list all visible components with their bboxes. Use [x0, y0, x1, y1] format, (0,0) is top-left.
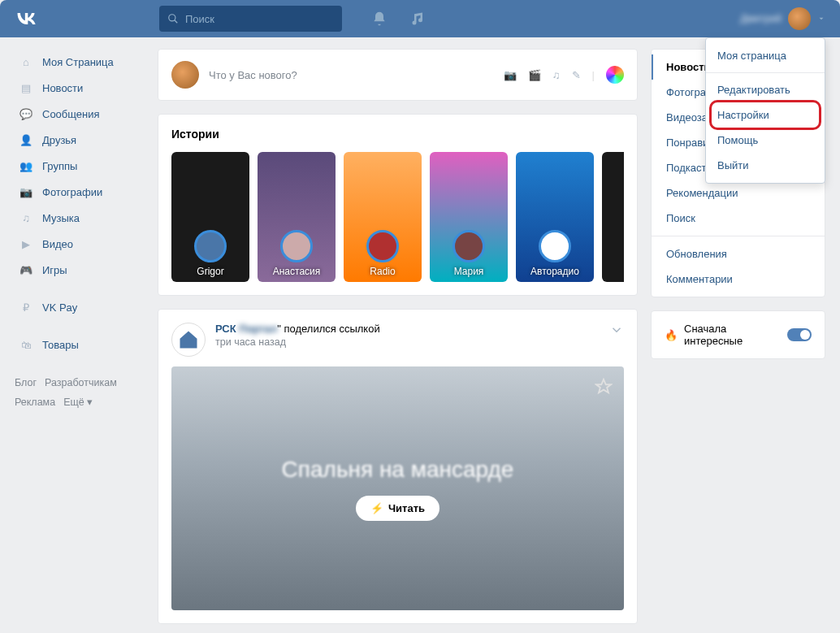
nav-label: Музыка — [42, 212, 80, 224]
story-item[interactable] — [602, 152, 624, 282]
camera-icon: 📷 — [18, 184, 34, 200]
video-icon: ▶ — [18, 236, 34, 252]
user-name: Дмитрий — [740, 13, 782, 24]
story-avatar — [539, 230, 571, 262]
compose-color-icon[interactable] — [606, 66, 624, 84]
pay-icon: ₽ — [18, 299, 34, 315]
nav-label: Друзья — [42, 134, 76, 146]
nav-music[interactable]: ♫Музыка — [15, 205, 145, 231]
bell-icon[interactable] — [371, 11, 388, 27]
star-icon[interactable] — [595, 378, 613, 396]
search-icon — [167, 13, 179, 24]
dropdown-edit[interactable]: Редактировать — [706, 77, 825, 102]
vk-logo-icon[interactable] — [15, 7, 37, 30]
search-input[interactable] — [185, 13, 322, 25]
dropdown-settings[interactable]: Настройки — [706, 102, 825, 128]
compose-video-icon[interactable]: 🎬 — [528, 69, 541, 81]
bolt-icon: ⚡ — [370, 502, 383, 514]
post-card: РСК Портал" поделился ссылкой три часа н… — [158, 309, 638, 624]
dropdown-my-page[interactable]: Моя страница — [706, 43, 825, 68]
story-item[interactable]: Radio — [344, 152, 422, 282]
nav-friends[interactable]: 👤Друзья — [15, 127, 145, 153]
compose-prompt: Что у Вас нового? — [209, 69, 504, 81]
nav-photos[interactable]: 📷Фотографии — [15, 179, 145, 205]
post-avatar[interactable] — [171, 323, 206, 357]
nav-label: Фотографии — [42, 186, 102, 198]
post-image[interactable]: Спальня на мансарде ⚡Читать — [171, 366, 624, 610]
user-dropdown: Моя страница Редактировать Настройки Пом… — [705, 37, 825, 184]
nav-market[interactable]: 🛍Товары — [15, 332, 145, 358]
nav-video[interactable]: ▶Видео — [15, 231, 145, 257]
gamepad-icon: 🎮 — [18, 262, 34, 278]
story-avatar — [194, 230, 227, 262]
stories-block: Истории Grigor Анастасия Radio Мария Авт… — [158, 114, 638, 296]
svg-point-0 — [169, 15, 175, 21]
nav-label: Товары — [42, 339, 79, 351]
nav-games[interactable]: 🎮Игры — [15, 257, 145, 283]
avatar — [788, 7, 811, 30]
nav-label: Новости — [42, 82, 83, 94]
stories-title: Истории — [171, 128, 624, 141]
rnav-comments[interactable]: Комментарии — [652, 267, 825, 292]
footer-ads[interactable]: Реклама — [15, 397, 55, 408]
read-button[interactable]: ⚡Читать — [356, 496, 439, 521]
story-avatar — [280, 230, 313, 262]
footer-more[interactable]: Ещё ▾ — [63, 397, 93, 408]
story-label: Анастасия — [273, 266, 321, 277]
interesting-switch[interactable] — [787, 328, 812, 341]
story-item[interactable]: Grigor — [171, 152, 249, 282]
nav-news[interactable]: ▤Новости — [15, 75, 145, 101]
note-icon: ♫ — [18, 210, 34, 226]
story-item[interactable]: Анастасия — [258, 152, 336, 282]
compose-box[interactable]: Что у Вас нового? 📷 🎬 ♫ ✎ | — [158, 49, 638, 101]
rnav-recommend[interactable]: Рекомендации — [652, 180, 825, 206]
nav-messages[interactable]: 💬Сообщения — [15, 101, 145, 127]
header: Дмитрий — [0, 0, 840, 37]
nav-label: Видео — [42, 238, 73, 250]
user-menu-trigger[interactable]: Дмитрий — [740, 7, 825, 30]
nav-label: Моя Страница — [42, 56, 114, 68]
compose-photo-icon[interactable]: 📷 — [504, 69, 517, 81]
dropdown-separator — [706, 72, 825, 73]
bag-icon: 🛍 — [18, 336, 34, 353]
rnav-search[interactable]: Поиск — [652, 206, 825, 231]
nav-groups[interactable]: 👥Группы — [15, 153, 145, 179]
story-label: Мария — [454, 266, 484, 277]
nav-label: Игры — [42, 264, 67, 276]
footer-blog[interactable]: Блог — [15, 377, 37, 388]
nav-mypage[interactable]: ⌂Моя Страница — [15, 49, 145, 75]
story-label: Grigor — [197, 266, 223, 277]
story-item[interactable]: Мария — [430, 152, 508, 282]
house-icon — [177, 328, 200, 351]
news-icon: ▤ — [18, 80, 34, 96]
interesting-toggle-card: 🔥 Сначала интересные — [651, 310, 825, 359]
story-label: Авторадио — [530, 266, 579, 277]
nav-vkpay[interactable]: ₽VK Pay — [15, 294, 145, 320]
nav-label: Сообщения — [42, 108, 100, 120]
rnav-separator — [652, 236, 825, 236]
dropdown-logout[interactable]: Выйти — [706, 153, 825, 178]
chevron-down-icon[interactable] — [609, 323, 624, 337]
music-icon[interactable] — [410, 11, 426, 27]
compose-avatar — [171, 61, 199, 89]
story-avatar — [452, 230, 485, 262]
interesting-label: Сначала интересные — [684, 323, 781, 347]
friends-icon: 👤 — [18, 132, 34, 148]
footer-dev[interactable]: Разработчикам — [45, 377, 117, 388]
home-icon: ⌂ — [18, 54, 34, 70]
story-label: Radio — [370, 266, 395, 277]
flame-icon: 🔥 — [665, 329, 678, 341]
rnav-updates[interactable]: Обновления — [652, 241, 825, 267]
nav-label: Группы — [42, 160, 77, 172]
post-author[interactable]: РСК Портал" поделился ссылкой — [215, 323, 380, 335]
groups-icon: 👥 — [18, 158, 34, 174]
post-overlay-title: Спальня на мансарде — [282, 457, 514, 483]
search-box[interactable] — [159, 6, 342, 32]
main-column: Что у Вас нового? 📷 🎬 ♫ ✎ | Истории Grig… — [158, 49, 638, 633]
footer-links: БлогРазработчикам РекламаЕщё ▾ — [15, 374, 145, 413]
chevron-down-icon — [817, 15, 825, 23]
story-item[interactable]: Авторадио — [516, 152, 594, 282]
compose-music-icon[interactable]: ♫ — [552, 69, 561, 81]
compose-article-icon[interactable]: ✎ — [572, 69, 581, 81]
dropdown-help[interactable]: Помощь — [706, 128, 825, 153]
